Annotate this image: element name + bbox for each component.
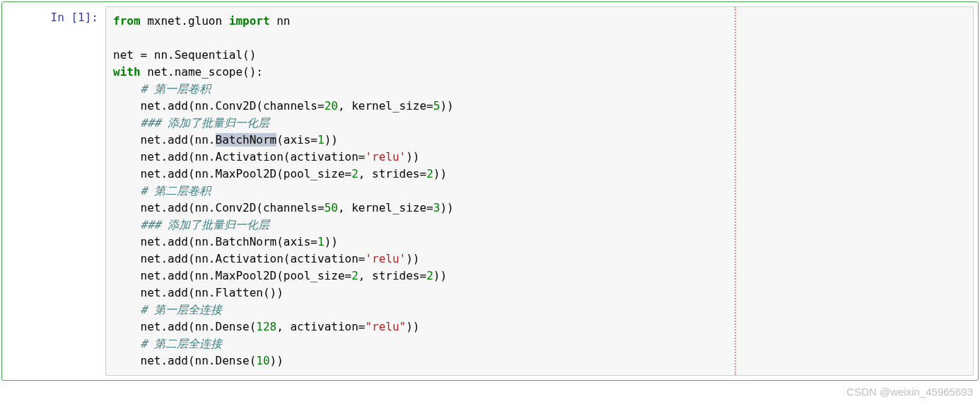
code-text: net.add(nn.Conv2D(channels=	[113, 99, 325, 113]
code-text: net.add(nn.MaxPool2D(pool_size=	[113, 269, 351, 282]
number: 20	[325, 99, 338, 113]
code-text: (axis=	[276, 133, 317, 147]
watermark: CSDN @weixin_45965693	[846, 386, 973, 398]
code-text: ))	[270, 354, 284, 367]
number: 2	[426, 167, 433, 180]
code-content: from mxnet.gluon import nn net = nn.Sequ…	[113, 13, 966, 369]
code-text: , strides=	[358, 167, 426, 180]
code-text: , strides=	[358, 269, 426, 282]
string: 'relu'	[365, 150, 406, 163]
prompt-label: In [1]:	[51, 11, 98, 24]
code-editor[interactable]: from mxnet.gluon import nn net = nn.Sequ…	[105, 6, 974, 376]
code-text: , kernel_size=	[338, 99, 433, 113]
number: 128	[256, 320, 276, 333]
comment: ### 添加了批量归一化层	[113, 116, 269, 130]
code-text: ))	[433, 167, 447, 180]
code-text: net.add(nn.BatchNorm(axis=	[113, 235, 317, 248]
selected-text: BatchNorm	[216, 133, 277, 147]
number: 1	[317, 235, 325, 248]
code-text: ))	[406, 252, 419, 265]
number: 50	[325, 201, 338, 214]
code-text: , kernel_size=	[338, 201, 433, 214]
code-cell: In [1]: from mxnet.gluon import nn net =…	[1, 1, 979, 381]
comment: ### 添加了批量归一化层	[113, 218, 269, 231]
input-prompt: In [1]:	[6, 6, 105, 376]
code-text: , activation=	[276, 320, 365, 333]
code-text: net.add(nn.Dense(	[113, 320, 256, 333]
code-text: ))	[325, 235, 338, 248]
code-text: ))	[440, 201, 453, 214]
number: 5	[433, 99, 441, 113]
code-text: net.add(nn.Dense(	[113, 354, 256, 367]
code-text: net = nn.Sequential()	[113, 48, 256, 62]
code-text: ))	[325, 133, 338, 147]
keyword-with: with	[113, 65, 141, 79]
code-text: net.add(nn.Activation(activation=	[113, 252, 365, 265]
comment: # 第一层全连接	[113, 303, 222, 316]
code-text: net.add(nn.Flatten())	[113, 286, 284, 299]
ruler-line	[735, 7, 736, 375]
number: 3	[433, 201, 441, 214]
code-text: net.add(nn.	[113, 133, 216, 147]
comment: # 第一层卷积	[113, 82, 211, 96]
number: 2	[351, 269, 358, 282]
number: 10	[256, 354, 269, 367]
code-text: net.name_scope():	[141, 65, 263, 79]
import-name: nn	[270, 14, 291, 28]
code-text: net.add(nn.Activation(activation=	[113, 150, 365, 163]
blank-line	[113, 30, 966, 47]
code-text: ))	[440, 99, 453, 113]
code-text: ))	[433, 269, 447, 282]
code-text: ))	[406, 320, 419, 333]
comment: # 第二层卷积	[113, 184, 211, 197]
code-text: ))	[406, 150, 419, 163]
code-text: net.add(nn.Conv2D(channels=	[113, 201, 325, 214]
comment: # 第二层全连接	[113, 337, 222, 350]
code-text: net.add(nn.MaxPool2D(pool_size=	[113, 167, 351, 180]
number: 1	[317, 133, 325, 147]
string: "relu"	[365, 320, 406, 333]
string: 'relu'	[365, 252, 406, 265]
keyword-from: from	[113, 14, 141, 28]
module-name: mxnet.gluon	[141, 14, 229, 28]
keyword-import: import	[229, 14, 270, 28]
number: 2	[351, 167, 358, 180]
number: 2	[426, 269, 433, 282]
